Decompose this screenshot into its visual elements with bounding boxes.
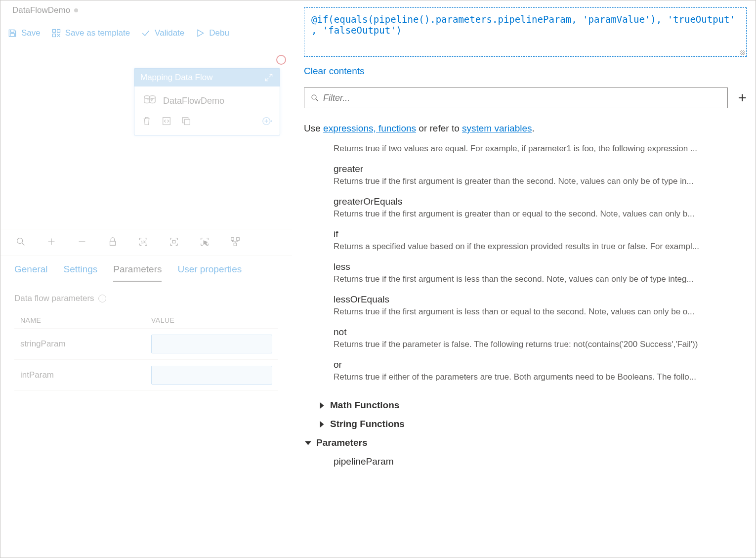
- hint-line: Use expressions, functions or refer to s…: [304, 123, 747, 134]
- delete-icon[interactable]: [141, 116, 152, 128]
- param-value-input[interactable]: [151, 366, 272, 385]
- play-icon: [195, 28, 205, 38]
- function-item[interactable]: not Returns true if the parameter is fal…: [334, 327, 747, 349]
- tab-title: DataFlowDemo: [12, 5, 70, 15]
- category-tree: Math Functions String Functions Paramete…: [304, 396, 747, 471]
- svg-rect-0: [52, 30, 55, 33]
- info-icon[interactable]: i: [98, 295, 106, 302]
- svg-rect-2: [52, 34, 55, 37]
- expression-builder-panel: @if(equals(pipeline().parameters.pipelin…: [292, 0, 756, 558]
- function-item[interactable]: lessOrEquals Returns true if the first a…: [334, 294, 747, 317]
- svg-rect-1: [57, 30, 60, 33]
- params-title: Data flow parameters i: [14, 294, 278, 303]
- chevron-right-icon: [319, 402, 325, 409]
- validation-error-icon: [276, 55, 286, 65]
- activity-body: DataFlowDemo: [134, 86, 280, 113]
- svg-rect-14: [234, 243, 237, 246]
- dataflow-activity[interactable]: Mapping Data Flow DataFlowDemo: [134, 68, 280, 135]
- tab-general[interactable]: General: [14, 264, 48, 282]
- tab-settings[interactable]: Settings: [64, 264, 98, 282]
- param-row: intParam: [14, 360, 278, 391]
- fit-icon[interactable]: [168, 236, 179, 249]
- debug-button[interactable]: Debu: [195, 28, 229, 38]
- canvas-area[interactable]: Mapping Data Flow DataFlowDemo: [0, 46, 292, 229]
- svg-point-8: [17, 238, 23, 244]
- expressions-link[interactable]: expressions, functions: [323, 123, 416, 133]
- tree-string-functions[interactable]: String Functions: [319, 415, 747, 433]
- function-item[interactable]: less Returns true if the first argument …: [334, 261, 747, 284]
- activity-header: Mapping Data Flow: [134, 69, 280, 86]
- tree-param-leaf[interactable]: pipelineParam: [319, 452, 747, 471]
- system-variables-link[interactable]: system variables: [462, 123, 532, 133]
- param-value-input[interactable]: [151, 335, 272, 353]
- function-item[interactable]: or Returns true if either of the paramet…: [334, 359, 747, 382]
- function-item[interactable]: greater Returns true if the first argume…: [334, 164, 747, 186]
- lock-icon[interactable]: [107, 236, 118, 249]
- save-as-template-button[interactable]: Save as template: [51, 28, 130, 38]
- save-icon: [7, 28, 17, 38]
- activity-name: DataFlowDemo: [163, 96, 224, 106]
- main-toolbar: Save Save as template Validate Debu: [0, 20, 292, 46]
- add-button[interactable]: +: [738, 90, 747, 105]
- dataflow-parameters-section: Data flow parameters i NAME VALUE string…: [0, 282, 292, 403]
- search-icon[interactable]: [15, 236, 26, 249]
- dataflow-icon: [143, 94, 156, 108]
- svg-rect-13: [237, 238, 240, 241]
- copy-icon[interactable]: [181, 116, 192, 128]
- search-icon: [310, 93, 319, 102]
- svg-rect-9: [110, 241, 116, 245]
- autolayout-icon[interactable]: [230, 236, 241, 249]
- validate-button[interactable]: Validate: [141, 28, 184, 38]
- params-head: NAME VALUE: [14, 312, 278, 329]
- pipeline-tab[interactable]: DataFlowDemo: [4, 1, 86, 20]
- svg-point-15: [312, 95, 316, 99]
- dirty-dot-icon: [74, 8, 78, 12]
- tab-strip: DataFlowDemo: [0, 0, 292, 20]
- func-desc: Returns true if two values are equal. Fo…: [334, 144, 747, 154]
- zoom-in-icon[interactable]: [46, 236, 57, 249]
- svg-rect-11: [172, 240, 175, 243]
- function-list: Returns true if two values are equal. Fo…: [304, 144, 747, 392]
- template-icon: [51, 28, 61, 38]
- param-name: stringParam: [20, 339, 151, 349]
- filter-box[interactable]: [304, 87, 728, 108]
- svg-rect-12: [231, 238, 234, 241]
- expression-textarea[interactable]: @if(equals(pipeline().parameters.pipelin…: [304, 7, 747, 57]
- param-name: intParam: [20, 370, 151, 380]
- tab-user-properties[interactable]: User properties: [177, 264, 242, 282]
- zoom-out-icon[interactable]: [77, 236, 87, 249]
- tree-math-functions[interactable]: Math Functions: [319, 396, 747, 415]
- add-output-icon[interactable]: [262, 116, 273, 128]
- zoom-100-icon[interactable]: 100: [138, 236, 149, 249]
- tab-parameters[interactable]: Parameters: [113, 264, 162, 282]
- param-row: stringParam: [14, 329, 278, 360]
- function-item[interactable]: if Returns a specified value based on if…: [334, 229, 747, 252]
- designer-panel: DataFlowDemo Save Save as template Valid…: [0, 0, 292, 558]
- bottom-tabs: General Settings Parameters User propert…: [0, 256, 292, 282]
- check-icon: [141, 28, 151, 38]
- code-icon[interactable]: [161, 116, 172, 128]
- select-icon[interactable]: [199, 236, 210, 249]
- svg-point-3: [144, 96, 150, 99]
- canvas-toolbar: 100: [0, 229, 292, 256]
- chevron-right-icon: [319, 421, 325, 428]
- expand-icon[interactable]: [264, 73, 274, 83]
- save-button[interactable]: Save: [7, 28, 41, 38]
- svg-rect-6: [184, 119, 190, 125]
- filter-input[interactable]: [323, 93, 721, 103]
- activity-footer: [134, 113, 280, 135]
- clear-contents-link[interactable]: Clear contents: [304, 66, 747, 77]
- svg-text:100: 100: [141, 240, 146, 244]
- chevron-down-icon: [305, 440, 311, 446]
- tree-parameters[interactable]: Parameters: [305, 433, 747, 452]
- svg-point-4: [150, 96, 155, 99]
- function-item[interactable]: greaterOrEquals Returns true if the firs…: [334, 196, 747, 219]
- resize-handle-icon[interactable]: [739, 49, 745, 55]
